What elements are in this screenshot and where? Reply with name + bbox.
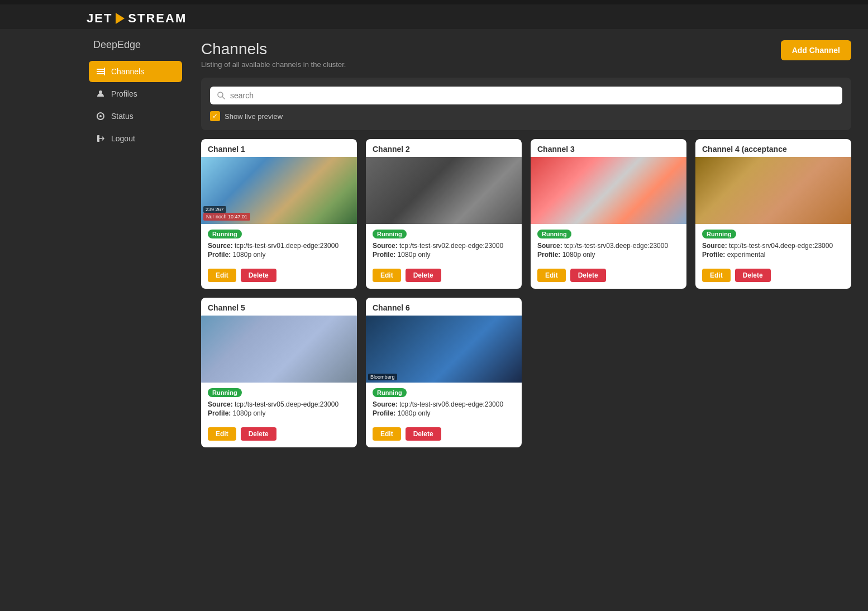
sidebar-item-status[interactable]: Status: [89, 106, 182, 127]
channel-1-edit-button[interactable]: Edit: [208, 269, 236, 282]
logo-area: JET STREAM: [0, 4, 868, 29]
search-icon: [217, 91, 226, 100]
add-channel-button[interactable]: Add Channel: [781, 40, 851, 60]
channel-6-overlay: Bloomberg: [366, 316, 522, 383]
channel-2-preview: [366, 157, 522, 224]
channel-3-actions: Edit Delete: [531, 269, 686, 289]
svg-rect-2: [97, 73, 104, 74]
channel-5-info: Running Source: tcp:/ts-test-srv05.deep-…: [201, 383, 357, 427]
page-header-left: Channels Listing of all available channe…: [201, 40, 346, 69]
channel-5-profile: Profile: 1080p only: [208, 409, 350, 417]
page-header: Channels Listing of all available channe…: [201, 40, 851, 69]
ch1-timer: Nur noch 10:47:01: [203, 213, 250, 221]
channel-4-preview: [695, 157, 851, 224]
channel-4-profile: Profile: experimental: [702, 251, 845, 259]
ch1-counter: 239 267: [203, 206, 226, 213]
channel-6-status: Running: [373, 388, 407, 397]
search-wrapper: [210, 87, 842, 104]
channel-card-6: Channel 6 Bloomberg Running Source: tcp:…: [366, 298, 522, 447]
channel-1-info: Running Source: tcp:/ts-test-srv01.deep-…: [201, 224, 357, 269]
channels-grid-row1: Channel 1 239 267 Nur noch 10:47:01 Runn…: [201, 139, 851, 289]
channel-2-profile: Profile: 1080p only: [373, 251, 515, 259]
logo-arrow-icon: [116, 13, 125, 24]
channel-card-3: Channel 3 Running Source: tcp:/ts-test-s…: [531, 139, 686, 289]
channel-3-profile: Profile: 1080p only: [537, 251, 680, 259]
channel-card-4: Channel 4 (acceptance Running Source: tc…: [695, 139, 851, 289]
profiles-icon: [96, 89, 106, 99]
channel-3-status: Running: [537, 230, 571, 238]
search-input[interactable]: [230, 91, 836, 100]
svg-rect-1: [97, 71, 104, 72]
channel-4-title: Channel 4 (acceptance: [695, 139, 851, 157]
channel-5-status: Running: [208, 388, 242, 397]
channel-5-edit-button[interactable]: Edit: [208, 427, 236, 441]
channel-6-edit-button[interactable]: Edit: [373, 427, 401, 441]
channel-4-info: Running Source: tcp:/ts-test-srv04.deep-…: [695, 224, 851, 269]
channel-3-delete-button[interactable]: Delete: [570, 269, 606, 282]
sidebar-item-logout[interactable]: Logout: [89, 128, 182, 149]
channel-3-info: Running Source: tcp:/ts-test-srv03.deep-…: [531, 224, 686, 269]
status-icon: [96, 111, 106, 121]
channel-2-actions: Edit Delete: [366, 269, 522, 289]
channel-5-preview: [201, 316, 357, 383]
channel-2-title: Channel 2: [366, 139, 522, 157]
sidebar: DeepEdge Channels Profiles: [87, 29, 184, 459]
channel-1-delete-button[interactable]: Delete: [241, 269, 276, 282]
channel-5-delete-button[interactable]: Delete: [241, 427, 276, 441]
channel-6-source: Source: tcp:/ts-test-srv06.deep-edge:230…: [373, 400, 515, 408]
channel-5-actions: Edit Delete: [201, 427, 357, 447]
ch6-label: Bloomberg: [368, 374, 397, 380]
channel-3-edit-button[interactable]: Edit: [537, 269, 566, 282]
channel-3-preview: [531, 157, 686, 224]
channel-1-source: Source: tcp:/ts-test-srv01.deep-edge:230…: [208, 242, 350, 250]
channels-icon: [96, 66, 106, 77]
channel-card-1: Channel 1 239 267 Nur noch 10:47:01 Runn…: [201, 139, 357, 289]
logout-icon: [96, 133, 106, 144]
svg-point-6: [99, 115, 102, 117]
channel-6-profile: Profile: 1080p only: [373, 409, 515, 417]
channel-6-delete-button[interactable]: Delete: [406, 427, 441, 441]
channels-grid-row2: Channel 5 Running Source: tcp:/ts-test-s…: [201, 298, 851, 447]
channel-1-actions: Edit Delete: [201, 269, 357, 289]
channel-card-2: Channel 2 Running Source: tcp:/ts-test-s…: [366, 139, 522, 289]
channel-4-actions: Edit Delete: [695, 269, 851, 289]
channel-1-profile: Profile: 1080p only: [208, 251, 350, 259]
cluster-name: DeepEdge: [87, 35, 184, 60]
sidebar-channels-label: Channels: [111, 67, 144, 76]
channel-card-5: Channel 5 Running Source: tcp:/ts-test-s…: [201, 298, 357, 447]
channel-5-title: Channel 5: [201, 298, 357, 316]
channel-4-delete-button[interactable]: Delete: [735, 269, 771, 282]
channel-1-status: Running: [208, 230, 242, 238]
sidebar-logout-label: Logout: [111, 134, 135, 143]
preview-toggle-icon: ✓: [210, 111, 220, 121]
channel-2-status: Running: [373, 230, 407, 238]
content-area: Channels Listing of all available channe…: [184, 29, 868, 459]
channel-4-edit-button[interactable]: Edit: [702, 269, 731, 282]
sidebar-item-profiles[interactable]: Profiles: [89, 83, 182, 104]
channel-4-source: Source: tcp:/ts-test-srv04.deep-edge:230…: [702, 242, 845, 250]
channel-6-actions: Edit Delete: [366, 427, 522, 447]
channel-4-status: Running: [702, 230, 736, 238]
sidebar-item-channels[interactable]: Channels: [89, 61, 182, 82]
sidebar-profiles-label: Profiles: [111, 89, 137, 98]
channel-6-preview: Bloomberg: [366, 316, 522, 383]
channel-6-title: Channel 6: [366, 298, 522, 316]
top-bar: [0, 0, 868, 4]
channel-1-overlay: 239 267 Nur noch 10:47:01: [201, 157, 357, 224]
svg-rect-0: [97, 69, 104, 70]
channel-2-edit-button[interactable]: Edit: [373, 269, 401, 282]
search-container: ✓ Show live preview: [201, 78, 851, 130]
channel-5-source: Source: tcp:/ts-test-srv05.deep-edge:230…: [208, 400, 350, 408]
show-preview-label: Show live preview: [225, 112, 283, 121]
channel-2-delete-button[interactable]: Delete: [406, 269, 441, 282]
show-live-preview[interactable]: ✓ Show live preview: [210, 111, 842, 121]
page-title: Channels: [201, 40, 346, 58]
svg-rect-3: [104, 68, 105, 75]
page-subtitle: Listing of all available channels in the…: [201, 60, 346, 69]
app-logo: JET STREAM: [87, 11, 868, 26]
channel-2-info: Running Source: tcp:/ts-test-srv02.deep-…: [366, 224, 522, 269]
channel-1-preview: 239 267 Nur noch 10:47:01: [201, 157, 357, 224]
channel-3-source: Source: tcp:/ts-test-srv03.deep-edge:230…: [537, 242, 680, 250]
channel-1-title: Channel 1: [201, 139, 357, 157]
sidebar-status-label: Status: [111, 112, 133, 121]
